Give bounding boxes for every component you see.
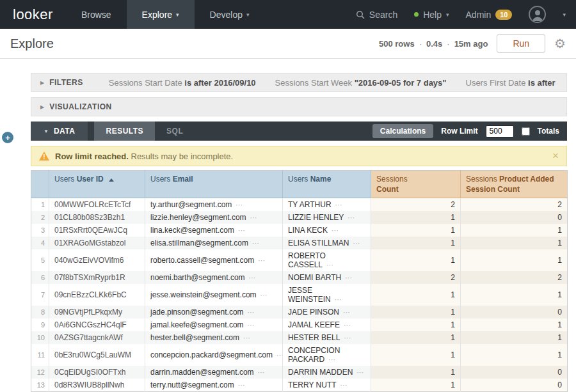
cell-product-added-count[interactable]: 2 (461, 271, 568, 284)
cell-menu-icon[interactable]: ⋯ (276, 351, 283, 359)
cell-name[interactable]: HESTER BELL⋯ (283, 331, 371, 344)
nav-develop[interactable]: Develop ▾ (195, 0, 265, 29)
cell-name[interactable]: NOEMI BARTH⋯ (283, 271, 371, 284)
cell-email[interactable]: ty.arthur@segment.com⋯ (145, 198, 283, 212)
cell-product-added-count[interactable]: 2 (461, 198, 568, 212)
cell-menu-icon[interactable]: ⋯ (344, 321, 351, 329)
cell-menu-icon[interactable]: ⋯ (335, 295, 342, 303)
cell-email[interactable]: hester.bell@segment.com⋯ (145, 331, 283, 344)
cell-product-added-count[interactable]: 1 (461, 284, 568, 306)
cell-name[interactable]: LIZZIE HENLEY⋯ (283, 211, 371, 224)
column-header-name[interactable]: Users Name (283, 171, 371, 198)
cell-name[interactable]: TERRY NUTT⋯ (283, 379, 371, 392)
cell-product-added-count[interactable]: 0 (461, 366, 568, 379)
filter-item[interactable]: Sessions Start Week "2016-09-05 for 7 da… (275, 78, 447, 88)
cell-email[interactable]: roberto.cassell@segment.com⋯ (145, 249, 283, 271)
cell-name[interactable]: DARRIN MADDEN⋯ (283, 366, 371, 379)
cell-user-id[interactable]: 01RSxRrt0QEAwJCq (49, 224, 145, 237)
cell-product-added-count[interactable]: 0 (461, 306, 568, 318)
row-limit-input[interactable] (486, 125, 514, 137)
cell-product-added-count[interactable]: 1 (461, 237, 568, 249)
cell-email[interactable]: darrin.madden@segment.com⋯ (145, 366, 283, 379)
cell-sessions-count[interactable]: 2 (371, 271, 461, 284)
cell-product-added-count[interactable]: 1 (461, 249, 568, 271)
cell-user-id[interactable]: 0d8R3WIUB8pllNwh (49, 379, 145, 392)
cell-sessions-count[interactable]: 1 (371, 379, 461, 392)
cell-sessions-count[interactable]: 1 (371, 366, 461, 379)
filters-toggle[interactable]: ▶ FILTERS (40, 78, 83, 87)
data-toggle[interactable]: ▼ DATA (31, 122, 88, 141)
cell-email[interactable]: lizzie.henley@segment.com⋯ (145, 211, 283, 224)
cell-name[interactable]: ELISA STILLMAN⋯ (283, 237, 371, 249)
cell-menu-icon[interactable]: ⋯ (238, 381, 245, 389)
cell-email[interactable]: jamal.keefe@segment.com⋯ (145, 318, 283, 331)
cell-user-id[interactable]: 0bE3ru0WCg5LauWM (49, 344, 145, 366)
cell-user-id[interactable]: 09cnEBzzCLKk6FbC (49, 284, 145, 306)
cell-menu-icon[interactable]: ⋯ (250, 214, 257, 221)
help-menu[interactable]: Help ▾ (414, 10, 449, 20)
cell-user-id[interactable]: 01XRAGoMGstabzol (49, 237, 145, 249)
cell-name[interactable]: ROBERTO CASSELL⋯ (283, 249, 371, 271)
cell-email[interactable]: concepcion.packard@segment.com⋯ (145, 344, 283, 366)
tab-results[interactable]: RESULTS (94, 122, 155, 141)
cell-name[interactable]: JESSE WEINSTEIN⋯ (283, 284, 371, 306)
cell-menu-icon[interactable]: ⋯ (328, 356, 335, 363)
cell-sessions-count[interactable]: 1 (371, 237, 461, 249)
cell-sessions-count[interactable]: 1 (371, 318, 461, 331)
cell-sessions-count[interactable]: 2 (371, 198, 461, 212)
cell-email[interactable]: jade.pinson@segment.com⋯ (145, 306, 283, 318)
filter-item[interactable]: Users First Date is after 2016/09/10 (466, 78, 558, 88)
cell-name[interactable]: CONCEPCION PACKARD⋯ (283, 344, 371, 366)
cell-menu-icon[interactable]: ⋯ (343, 308, 350, 316)
cell-menu-icon[interactable]: ⋯ (252, 239, 259, 247)
calculations-button[interactable]: Calculations (372, 124, 433, 138)
cell-email[interactable]: lina.keck@segment.com⋯ (145, 224, 283, 237)
column-header-email[interactable]: Users Email (145, 171, 283, 198)
filter-item[interactable]: Sessions Start Date is after 2016/09/10 (109, 78, 256, 88)
column-header-product-added-count[interactable]: Sessions Product Added Session Count (461, 171, 568, 198)
cell-email[interactable]: jesse.weinstein@segment.com⋯ (145, 284, 283, 306)
cell-product-added-count[interactable]: 0 (461, 211, 568, 224)
cell-sessions-count[interactable]: 1 (371, 344, 461, 366)
user-avatar[interactable] (529, 6, 546, 23)
cell-user-id[interactable]: 0CqEiDUgSI0OFTxh (49, 366, 145, 379)
chevron-down-icon[interactable]: ▾ (563, 12, 566, 18)
cell-menu-icon[interactable]: ⋯ (332, 226, 339, 234)
cell-product-added-count[interactable]: 1 (461, 318, 568, 331)
nav-browse[interactable]: Browse (66, 0, 127, 29)
cell-sessions-count[interactable]: 1 (371, 211, 461, 224)
cell-user-id[interactable]: 00MWWFOLRcETcTcf (49, 198, 145, 212)
cell-name[interactable]: TY ARTHUR⋯ (283, 198, 371, 212)
gear-icon[interactable]: ⚙ (554, 37, 566, 50)
cell-menu-icon[interactable]: ⋯ (260, 291, 268, 299)
cell-menu-icon[interactable]: ⋯ (258, 368, 265, 376)
cell-email[interactable]: noemi.barth@segment.com⋯ (145, 271, 283, 284)
cell-name[interactable]: JADE PINSON⋯ (283, 306, 371, 318)
cell-user-id[interactable]: 0Ai6GNCGszHC4qlF (49, 318, 145, 331)
cell-menu-icon[interactable]: ⋯ (335, 201, 342, 208)
cell-email[interactable]: elisa.stillman@segment.com⋯ (145, 237, 283, 249)
cell-product-added-count[interactable]: 1 (461, 331, 568, 344)
cell-user-id[interactable]: 09NGVtjPfLPkqxMy (49, 306, 145, 318)
cell-sessions-count[interactable]: 1 (371, 284, 461, 306)
run-button[interactable]: Run (497, 34, 545, 53)
cell-menu-icon[interactable]: ⋯ (243, 334, 250, 341)
column-header-user-id[interactable]: Users User ID (49, 171, 145, 198)
cell-user-id[interactable]: 01CL80b08Sz3Bzh1 (49, 211, 145, 224)
cell-menu-icon[interactable]: ⋯ (258, 256, 265, 264)
nav-explore[interactable]: Explore ▾ (127, 0, 195, 29)
cell-menu-icon[interactable]: ⋯ (249, 274, 256, 281)
cell-menu-icon[interactable]: ⋯ (326, 261, 333, 269)
cell-user-id[interactable]: 0AZSG7ttagcnkAWf (49, 331, 145, 344)
cell-menu-icon[interactable]: ⋯ (344, 334, 351, 341)
cell-product-added-count[interactable]: 1 (461, 344, 568, 366)
close-icon[interactable]: × (552, 150, 559, 162)
cell-menu-icon[interactable]: ⋯ (248, 308, 255, 316)
cell-menu-icon[interactable]: ⋯ (348, 214, 355, 221)
visualization-toggle[interactable]: ▶ VISUALIZATION (40, 102, 112, 111)
cell-menu-icon[interactable]: ⋯ (340, 381, 348, 389)
cell-user-id[interactable]: 07f8bTSXmRyprb1R (49, 271, 145, 284)
cell-sessions-count[interactable]: 1 (371, 306, 461, 318)
cell-menu-icon[interactable]: ⋯ (248, 321, 255, 329)
cell-sessions-count[interactable]: 1 (371, 249, 461, 271)
